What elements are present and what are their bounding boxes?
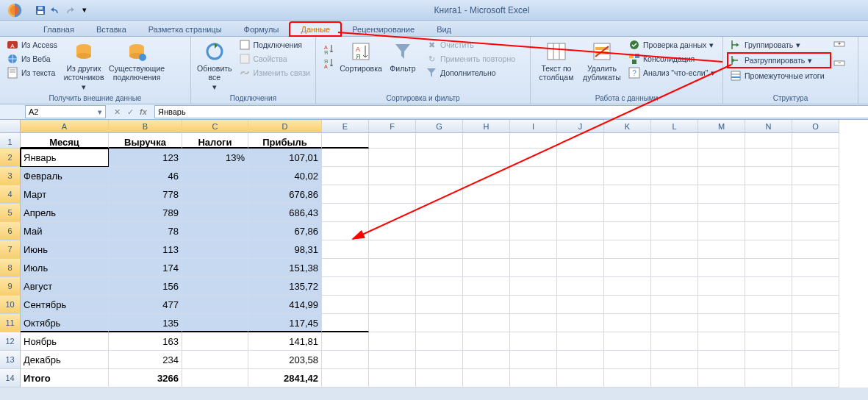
cell-O1[interactable] (792, 133, 839, 149)
cell-G10[interactable] (416, 296, 463, 314)
col-header-B[interactable]: B (109, 120, 182, 133)
cell-H6[interactable] (463, 222, 510, 240)
cell-M13[interactable] (698, 351, 745, 369)
cell-J7[interactable] (557, 240, 604, 259)
office-button[interactable] (0, 0, 29, 21)
cell-N10[interactable] (745, 296, 792, 314)
edit-links-button[interactable]: Изменить связи (237, 66, 312, 79)
col-header-D[interactable]: D (248, 120, 322, 133)
cell-C2[interactable]: 13% (182, 149, 248, 167)
cell-H2[interactable] (463, 149, 510, 167)
cell-A8[interactable]: Июль (21, 259, 109, 277)
from-other-sources-button[interactable]: Из других источников▾ (62, 38, 105, 93)
cell-K11[interactable] (604, 314, 651, 332)
subtotal-button[interactable]: Промежуточные итоги (728, 69, 831, 82)
cell-D14[interactable]: 2841,42 (248, 369, 322, 388)
col-header-A[interactable]: A (21, 120, 109, 133)
cell-F3[interactable] (369, 167, 416, 185)
cell-H7[interactable] (463, 240, 510, 259)
cell-C6[interactable] (182, 222, 248, 240)
cell-G7[interactable] (416, 240, 463, 259)
cell-G8[interactable] (416, 259, 463, 277)
sort-asc-button[interactable]: АЯ (320, 43, 337, 56)
cell-G1[interactable] (416, 133, 463, 149)
cell-M2[interactable] (698, 149, 745, 167)
cell-B5[interactable]: 789 (109, 204, 182, 222)
cell-K13[interactable] (604, 351, 651, 369)
sort-button[interactable]: АЯ Сортировка (340, 38, 382, 75)
cell-H4[interactable] (463, 185, 510, 204)
cell-J11[interactable] (557, 314, 604, 332)
cell-O4[interactable] (792, 185, 839, 204)
cell-C11[interactable] (182, 314, 248, 332)
row-header-5[interactable]: 5 (0, 204, 21, 222)
cell-J3[interactable] (557, 167, 604, 185)
cell-A2[interactable]: Январь (21, 149, 109, 167)
cell-C1[interactable]: Налоги (182, 133, 248, 149)
cell-O3[interactable] (792, 167, 839, 185)
cell-J13[interactable] (557, 351, 604, 369)
cell-M5[interactable] (698, 204, 745, 222)
cell-B13[interactable]: 234 (109, 351, 182, 369)
cell-G3[interactable] (416, 167, 463, 185)
cell-M12[interactable] (698, 332, 745, 351)
cell-J1[interactable] (557, 133, 604, 149)
cell-N1[interactable] (745, 133, 792, 149)
cell-M11[interactable] (698, 314, 745, 332)
cell-K8[interactable] (604, 259, 651, 277)
from-text-button[interactable]: Из текста (4, 66, 60, 79)
cell-J12[interactable] (557, 332, 604, 351)
expand-icon[interactable]: + (833, 41, 845, 54)
cell-H14[interactable] (463, 369, 510, 388)
cell-K4[interactable] (604, 185, 651, 204)
cell-H3[interactable] (463, 167, 510, 185)
cell-L11[interactable] (651, 314, 698, 332)
cell-L13[interactable] (651, 351, 698, 369)
cell-I4[interactable] (510, 185, 557, 204)
cell-L10[interactable] (651, 296, 698, 314)
select-all-corner[interactable] (0, 120, 21, 133)
cell-I6[interactable] (510, 222, 557, 240)
cell-K14[interactable] (604, 369, 651, 388)
cell-F4[interactable] (369, 185, 416, 204)
remove-duplicates-button[interactable]: Удалить дубликаты (581, 38, 623, 83)
group-button[interactable]: Группировать ▾ (728, 38, 831, 51)
cell-M10[interactable] (698, 296, 745, 314)
text-to-columns-button[interactable]: Текст по столбцам (535, 38, 578, 83)
cell-M3[interactable] (698, 167, 745, 185)
row-header-6[interactable]: 6 (0, 222, 21, 240)
cell-E8[interactable] (322, 259, 369, 277)
row-header-12[interactable]: 12 (0, 332, 21, 351)
cell-K2[interactable] (604, 149, 651, 167)
cell-B3[interactable]: 46 (109, 167, 182, 185)
cancel-icon[interactable]: ✕ (112, 107, 122, 117)
cell-E13[interactable] (322, 351, 369, 369)
cell-H12[interactable] (463, 332, 510, 351)
cell-G13[interactable] (416, 351, 463, 369)
what-if-button[interactable]: ?Анализ "что-если" ▾ (626, 66, 717, 79)
row-header-8[interactable]: 8 (0, 259, 21, 277)
cell-G5[interactable] (416, 204, 463, 222)
cell-C13[interactable] (182, 351, 248, 369)
cell-E3[interactable] (322, 167, 369, 185)
name-box[interactable]: ▾ (25, 105, 106, 118)
qat-dropdown-icon[interactable]: ▾ (78, 4, 91, 17)
tab-formulas[interactable]: Формулы (233, 22, 290, 36)
cell-H11[interactable] (463, 314, 510, 332)
cell-L9[interactable] (651, 277, 698, 296)
clear-filter-button[interactable]: ✖Очистить (423, 38, 517, 51)
cell-D13[interactable]: 203,58 (248, 351, 322, 369)
cell-F5[interactable] (369, 204, 416, 222)
cell-B12[interactable]: 163 (109, 332, 182, 351)
from-web-button[interactable]: Из Веба (4, 52, 60, 65)
cell-B6[interactable]: 78 (109, 222, 182, 240)
cell-I10[interactable] (510, 296, 557, 314)
cell-D9[interactable]: 135,72 (248, 277, 322, 296)
cell-A7[interactable]: Июнь (21, 240, 109, 259)
connections-button[interactable]: Подключения (237, 38, 312, 51)
cell-A9[interactable]: Август (21, 277, 109, 296)
advanced-filter-button[interactable]: Дополнительно (423, 66, 517, 79)
cell-H13[interactable] (463, 351, 510, 369)
cell-O13[interactable] (792, 351, 839, 369)
cell-N11[interactable] (745, 314, 792, 332)
